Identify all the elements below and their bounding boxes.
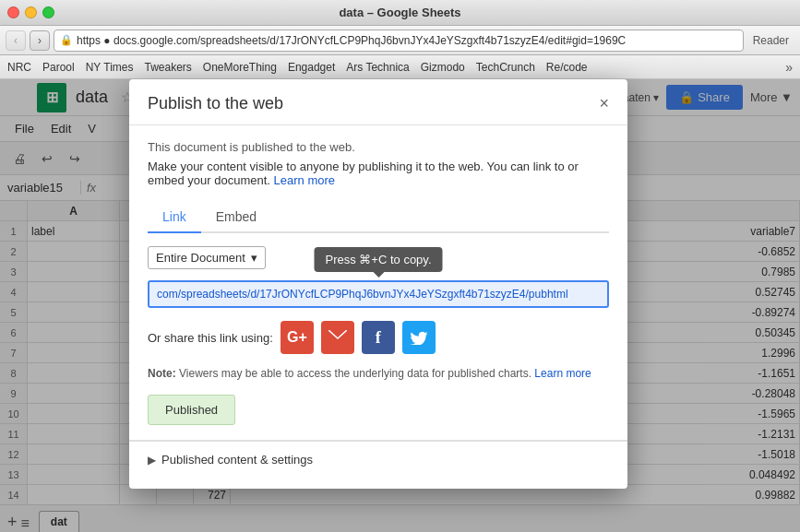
back-button[interactable]: ‹ — [6, 30, 26, 51]
document-dropdown[interactable]: Entire Document ▾ — [148, 246, 266, 269]
note-learn-more-link[interactable]: Learn more — [534, 367, 591, 380]
dropdown-arrow: ▾ — [251, 251, 257, 265]
modal-desc-text: Make your content visible to anyone by p… — [148, 160, 579, 187]
url-input[interactable] — [148, 280, 609, 308]
bookmark-gizmodo[interactable]: Gizmodo — [421, 61, 465, 74]
gmail-icon — [328, 330, 347, 345]
share-gmail-button[interactable] — [321, 321, 354, 354]
note-prefix: Note: — [148, 367, 176, 380]
maximize-button[interactable] — [42, 6, 54, 18]
address-bar[interactable]: 🔒 https ● docs.google.com/spreadsheets/d… — [54, 30, 744, 52]
window-controls — [7, 6, 54, 18]
bookmark-parool[interactable]: Parool — [42, 61, 75, 74]
pub-content-label: Published content & settings — [161, 453, 313, 467]
copy-tooltip: Press ⌘+C to copy. — [315, 247, 443, 272]
share-twitter-button[interactable] — [402, 321, 436, 354]
modal-header: Publish to the web × — [129, 79, 627, 125]
modal-title: Publish to the web — [148, 94, 283, 113]
share-label: Or share this link using: — [148, 331, 273, 345]
modal-close-button[interactable]: × — [599, 94, 609, 113]
modal-body: This document is published to the web. M… — [129, 125, 627, 440]
tab-link[interactable]: Link — [148, 202, 201, 233]
note-row: Note: Viewers may be able to access the … — [148, 367, 609, 380]
reader-button[interactable]: Reader — [747, 34, 794, 47]
bookmarks-bar: NRC Parool NY Times Tweakers OneMoreThin… — [0, 55, 800, 79]
url-container: Press ⌘+C to copy. — [148, 280, 609, 308]
pub-content-section[interactable]: ▶ Published content & settings — [129, 441, 627, 467]
bookmarks-more[interactable]: » — [785, 60, 793, 75]
note-text: Viewers may be able to access the underl… — [179, 367, 531, 380]
url-text: https ● docs.google.com/spreadsheets/d/1… — [77, 34, 737, 47]
share-facebook-button[interactable]: f — [362, 321, 395, 354]
forward-button[interactable]: › — [30, 30, 50, 51]
bookmark-engadget[interactable]: Engadget — [288, 61, 335, 74]
chevron-right-icon: ▶ — [148, 454, 156, 467]
bookmark-recode[interactable]: Re/code — [546, 61, 588, 74]
share-row: Or share this link using: G+ f — [148, 321, 609, 354]
back-icon: ‹ — [14, 34, 18, 47]
bookmark-techcrunch[interactable]: TechCrunch — [476, 61, 535, 74]
share-gplus-button[interactable]: G+ — [281, 321, 314, 354]
publish-modal: Publish to the web × This document is pu… — [129, 79, 627, 489]
bookmark-ars[interactable]: Ars Technica — [346, 61, 409, 74]
close-button[interactable] — [7, 6, 19, 18]
modal-tabs: Link Embed — [148, 202, 609, 233]
dropdown-value: Entire Document — [156, 251, 245, 265]
tooltip-text: Press ⌘+C to copy. — [326, 253, 432, 266]
bookmark-nrc[interactable]: NRC — [7, 61, 31, 74]
nav-bar: ‹ › 🔒 https ● docs.google.com/spreadshee… — [0, 26, 800, 55]
modal-status-note: This document is published to the web. — [148, 140, 609, 154]
learn-more-link-top[interactable]: Learn more — [274, 173, 335, 187]
bookmark-onemoretching[interactable]: OneMoreThing — [203, 61, 277, 74]
twitter-icon — [410, 330, 428, 345]
title-bar: data – Google Sheets — [0, 0, 800, 26]
published-button[interactable]: Published — [148, 395, 235, 425]
bookmark-nytimes[interactable]: NY Times — [86, 61, 134, 74]
modal-desc: Make your content visible to anyone by p… — [148, 160, 609, 187]
window-title: data – Google Sheets — [339, 6, 460, 19]
ssl-icon: 🔒 — [60, 34, 73, 46]
tab-embed[interactable]: Embed — [201, 202, 271, 233]
forward-icon: › — [38, 34, 42, 47]
bookmark-tweakers[interactable]: Tweakers — [144, 61, 191, 74]
minimize-button[interactable] — [25, 6, 37, 18]
